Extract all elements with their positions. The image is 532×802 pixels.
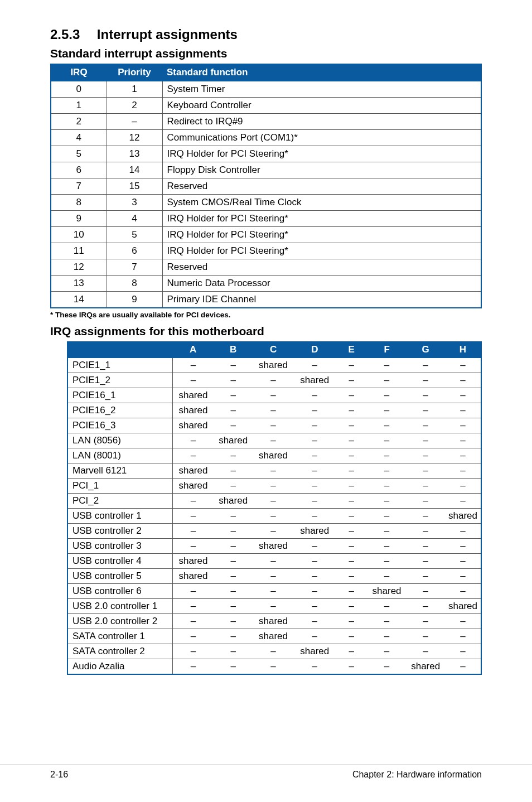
cell-value: shared	[172, 463, 214, 479]
cell-priority: 1	[107, 81, 162, 98]
cell-value: –	[335, 479, 367, 494]
cell-value: –	[335, 433, 367, 448]
cell-function: System Timer	[162, 81, 481, 98]
cell-value: –	[335, 373, 367, 388]
cell-label: USB 2.0 controller 2	[67, 614, 172, 629]
cell-value: –	[172, 629, 214, 644]
cell-value: –	[406, 479, 445, 494]
col-function: Standard function	[162, 64, 481, 81]
table-row: PCIE16_2shared–––––––	[67, 403, 481, 418]
cell-value: –	[406, 569, 445, 584]
table-row: 01System Timer	[51, 81, 481, 98]
cell-value: –	[253, 659, 294, 675]
cell-value: –	[214, 524, 253, 539]
cell-label: Marvell 6121	[67, 463, 172, 479]
cell-value: –	[253, 524, 294, 539]
cell-value: –	[172, 584, 214, 599]
cell-irq: 8	[51, 195, 107, 211]
cell-irq: 6	[51, 162, 107, 178]
cell-value: –	[214, 388, 253, 403]
cell-value: –	[445, 539, 481, 554]
cell-value: –	[294, 479, 335, 494]
cell-value: –	[253, 554, 294, 569]
cell-value: –	[406, 418, 445, 433]
cell-value: –	[294, 659, 335, 675]
cell-value: shared	[172, 479, 214, 494]
cell-function: Redirect to IRQ#9	[162, 114, 481, 130]
cell-irq: 2	[51, 114, 107, 130]
cell-value: –	[214, 448, 253, 463]
cell-value: –	[172, 659, 214, 675]
cell-value: –	[406, 509, 445, 524]
cell-value: shared	[172, 554, 214, 569]
cell-priority: 14	[107, 162, 162, 178]
col-irq: IRQ	[51, 64, 107, 81]
cell-value: –	[367, 524, 407, 539]
cell-value: –	[335, 509, 367, 524]
cell-value: –	[367, 554, 407, 569]
cell-value: shared	[294, 644, 335, 659]
cell-priority: 2	[107, 98, 162, 114]
col-b: B	[214, 341, 253, 358]
cell-value: shared	[172, 569, 214, 584]
cell-value: –	[335, 463, 367, 479]
cell-label: LAN (8001)	[67, 448, 172, 463]
table-row: USB controller 5shared–––––––	[67, 569, 481, 584]
cell-value: –	[214, 584, 253, 599]
cell-value: –	[172, 433, 214, 448]
cell-value: –	[335, 659, 367, 675]
table-row: 94IRQ Holder for PCI Steering*	[51, 211, 481, 227]
cell-label: PCIE1_1	[67, 358, 172, 373]
cell-value: –	[214, 554, 253, 569]
cell-value: –	[214, 418, 253, 433]
cell-priority: 13	[107, 146, 162, 162]
cell-value: –	[253, 569, 294, 584]
cell-value: –	[367, 433, 407, 448]
cell-value: –	[172, 373, 214, 388]
cell-value: –	[214, 373, 253, 388]
cell-value: –	[406, 433, 445, 448]
table-row: 715Reserved	[51, 178, 481, 195]
cell-priority: 12	[107, 130, 162, 146]
cell-label: USB controller 5	[67, 569, 172, 584]
cell-label: PCIE1_2	[67, 373, 172, 388]
cell-value: –	[172, 448, 214, 463]
cell-value: shared	[367, 584, 407, 599]
table-row: PCI_2–shared––––––	[67, 494, 481, 509]
cell-value: shared	[172, 418, 214, 433]
cell-value: –	[335, 403, 367, 418]
cell-label: USB 2.0 controller 1	[67, 599, 172, 614]
cell-irq: 12	[51, 259, 107, 276]
cell-function: IRQ Holder for PCI Steering*	[162, 227, 481, 243]
cell-value: –	[294, 388, 335, 403]
cell-irq: 7	[51, 178, 107, 195]
table-row: PCIE16_1shared–––––––	[67, 388, 481, 403]
cell-value: shared	[253, 539, 294, 554]
col-f: F	[367, 341, 407, 358]
cell-value: –	[367, 418, 407, 433]
cell-value: –	[406, 388, 445, 403]
cell-priority: 7	[107, 259, 162, 276]
cell-value: –	[214, 659, 253, 675]
cell-value: shared	[253, 358, 294, 373]
cell-value: –	[172, 614, 214, 629]
cell-value: –	[253, 509, 294, 524]
cell-value: –	[367, 373, 407, 388]
cell-value: shared	[253, 614, 294, 629]
cell-value: shared	[445, 599, 481, 614]
cell-value: –	[367, 629, 407, 644]
cell-value: –	[335, 358, 367, 373]
cell-value: shared	[406, 659, 445, 675]
table-row: 116IRQ Holder for PCI Steering*	[51, 243, 481, 259]
cell-value: –	[445, 629, 481, 644]
cell-irq: 9	[51, 211, 107, 227]
cell-function: Reserved	[162, 259, 481, 276]
table-row: 127Reserved	[51, 259, 481, 276]
cell-value: –	[214, 644, 253, 659]
table-row: USB controller 6–––––shared––	[67, 584, 481, 599]
cell-irq: 4	[51, 130, 107, 146]
cell-value: shared	[253, 629, 294, 644]
cell-function: Primary IDE Channel	[162, 292, 481, 308]
table-row: USB controller 1–––––––shared	[67, 509, 481, 524]
cell-function: System CMOS/Real Time Clock	[162, 195, 481, 211]
